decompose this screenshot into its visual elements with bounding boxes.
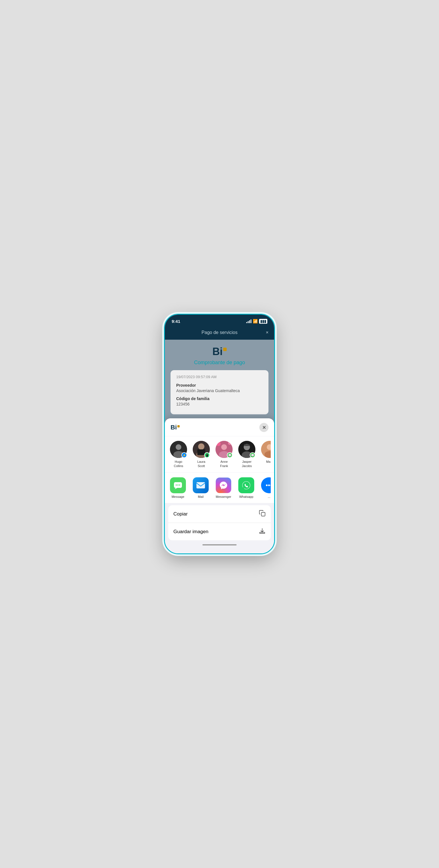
svg-point-8 bbox=[221, 444, 227, 450]
battery-icon: ▮▮▮ bbox=[259, 319, 267, 324]
contact-avatar-wrapper bbox=[261, 441, 271, 458]
copy-icon bbox=[259, 510, 266, 518]
svg-point-23 bbox=[179, 485, 180, 486]
share-sheet: Bi ✕ bbox=[165, 418, 274, 553]
contact-name: AnneFrank bbox=[220, 460, 228, 468]
svg-point-1 bbox=[176, 444, 181, 450]
share-bi-logo: Bi bbox=[171, 424, 180, 431]
contact-avatar-wrapper: ⚡ bbox=[170, 441, 187, 458]
home-bar bbox=[202, 544, 237, 546]
contact-name: HugoCollins bbox=[174, 460, 183, 468]
page-title: Pago de servicios bbox=[202, 330, 237, 335]
messages-badge: 💬 bbox=[250, 452, 256, 458]
status-time: 9:41 bbox=[172, 319, 180, 324]
svg-point-11 bbox=[228, 441, 232, 445]
svg-point-28 bbox=[270, 485, 271, 486]
provider-label: Proveedor bbox=[176, 383, 263, 388]
bi-logo: Bi bbox=[212, 346, 227, 357]
messenger-app-icon bbox=[215, 477, 232, 493]
share-bi-text: Bi bbox=[171, 424, 177, 431]
contacts-section: ⚡ HugoCollins bbox=[165, 436, 274, 472]
signal-icon bbox=[246, 319, 251, 323]
contact-ma[interactable]: Ma... bbox=[259, 441, 271, 468]
receipt-subtitle: Comprobante de pago bbox=[194, 360, 245, 366]
status-icons: 📶 ▮▮▮ bbox=[246, 319, 267, 324]
provider-value: Asociación Javeriana Guatemalteca bbox=[176, 389, 263, 393]
contact-name: Ma... bbox=[266, 460, 271, 464]
receipt-area: Bi Comprobante de pago 19/07/2023 09:57:… bbox=[165, 340, 274, 423]
app-label: ... bbox=[268, 495, 270, 498]
bi-logo-dot bbox=[223, 348, 227, 351]
share-bi-dot bbox=[177, 425, 180, 428]
contact-laura-scott[interactable]: 📱 LauraScott bbox=[191, 441, 211, 468]
svg-point-4 bbox=[198, 443, 204, 450]
avatar bbox=[261, 441, 271, 458]
share-header: Bi ✕ bbox=[165, 418, 274, 436]
code-value: 123456 bbox=[176, 402, 263, 406]
svg-point-26 bbox=[266, 485, 268, 486]
contact-anne-frank[interactable]: 💬 AnneFrank bbox=[214, 441, 234, 468]
svg-point-27 bbox=[268, 485, 270, 486]
code-label: Código de familia bbox=[176, 396, 263, 401]
message-app-icon bbox=[170, 477, 186, 493]
contact-avatar-wrapper: 💬 bbox=[238, 441, 256, 458]
svg-point-22 bbox=[177, 485, 178, 486]
more-app-icon bbox=[261, 477, 271, 493]
phone-frame: 9:41 📶 ▮▮▮ Pago de servicios × Bi Compro… bbox=[164, 314, 275, 554]
whatsapp-app-icon bbox=[238, 477, 254, 493]
whatsapp-badge: 📱 bbox=[204, 452, 210, 458]
contact-avatar-wrapper: 📱 bbox=[193, 441, 210, 458]
app-mail[interactable]: Mail bbox=[191, 477, 210, 498]
svg-rect-30 bbox=[260, 532, 265, 533]
contact-name: JasperJacobs bbox=[242, 460, 252, 468]
svg-point-10 bbox=[216, 441, 221, 446]
copy-action[interactable]: Copiar bbox=[168, 505, 271, 523]
svg-rect-29 bbox=[261, 513, 265, 516]
receipt-card: 19/07/2023 09:57:09 AM Proveedor Asociac… bbox=[171, 370, 268, 414]
app-label: Whatsapp bbox=[239, 495, 254, 498]
home-indicator bbox=[165, 542, 274, 548]
wifi-icon: 📶 bbox=[253, 319, 258, 323]
app-message[interactable]: Message bbox=[168, 477, 188, 498]
messenger-badge: ⚡ bbox=[181, 452, 187, 458]
svg-marker-20 bbox=[174, 488, 177, 489]
status-bar: 9:41 📶 ▮▮▮ bbox=[165, 315, 274, 327]
svg-point-21 bbox=[176, 485, 177, 486]
save-icon bbox=[259, 527, 266, 536]
app-messenger[interactable]: Messenger bbox=[214, 477, 233, 498]
contacts-row: ⚡ HugoCollins bbox=[168, 441, 271, 468]
copy-label: Copiar bbox=[173, 511, 188, 517]
action-section: Copiar Guardar imagen bbox=[168, 505, 271, 540]
contact-avatar-wrapper: 💬 bbox=[215, 441, 233, 458]
app-more[interactable]: ... bbox=[259, 477, 271, 498]
contact-hugo-collins[interactable]: ⚡ HugoCollins bbox=[168, 441, 189, 468]
app-whatsapp[interactable]: Whatsapp bbox=[237, 477, 256, 498]
receipt-date: 19/07/2023 09:57:09 AM bbox=[176, 375, 263, 379]
contact-jasper-jacobs[interactable]: 💬 JasperJacobs bbox=[237, 441, 257, 468]
mail-app-icon bbox=[193, 477, 209, 493]
app-header: Pago de servicios × bbox=[165, 327, 274, 340]
svg-rect-15 bbox=[244, 444, 250, 446]
contact-name: LauraScott bbox=[197, 460, 205, 468]
bi-logo-text: Bi bbox=[212, 346, 223, 357]
apps-section: Message Mail bbox=[165, 473, 274, 503]
app-label: Mail bbox=[198, 495, 204, 498]
app-label: Message bbox=[172, 495, 184, 498]
share-close-button[interactable]: ✕ bbox=[259, 423, 268, 432]
save-image-action[interactable]: Guardar imagen bbox=[168, 523, 271, 540]
apps-row: Message Mail bbox=[168, 477, 271, 498]
messages-badge: 💬 bbox=[227, 452, 233, 458]
save-label: Guardar imagen bbox=[173, 529, 208, 535]
close-button[interactable]: × bbox=[266, 330, 268, 335]
app-label: Messenger bbox=[216, 495, 231, 498]
svg-rect-24 bbox=[197, 482, 205, 489]
